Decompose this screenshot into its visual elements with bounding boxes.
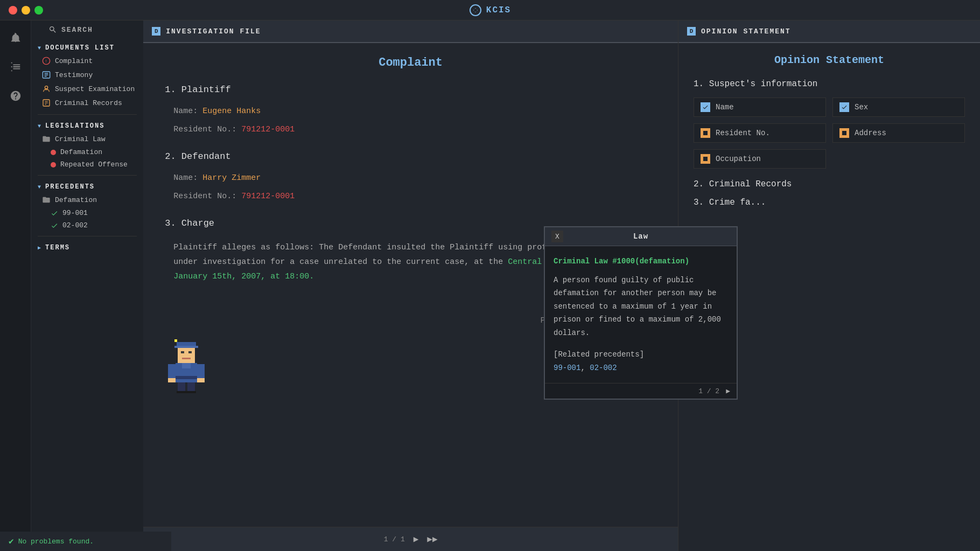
- plaintiff-name-value: Eugene Hanks: [202, 107, 261, 116]
- document-title: Complaint: [165, 56, 656, 69]
- svg-rect-15: [174, 346, 198, 348]
- resident-cell-label: Resident No.: [716, 129, 770, 137]
- window-controls: [9, 6, 43, 15]
- plaintiff-resident-row: Resident No.: 791212-0001: [165, 121, 656, 139]
- svg-rect-31: [197, 378, 205, 382]
- law-link-99001[interactable]: 99-001: [554, 364, 580, 372]
- sidebar-container: SEARCH ▼ DOCUMENTS LIST ! Complaint: [0, 20, 143, 551]
- suspect-info-grid: Name Sex: [694, 97, 965, 169]
- section-plaintiff-title: 1. Plaintiff: [165, 85, 656, 95]
- sidebar-item-99-001[interactable]: 99-001: [31, 207, 143, 219]
- sidebar-item-testimony[interactable]: Testimony: [31, 68, 143, 82]
- investigation-panel-title: INVESTIGATION FILE: [166, 27, 261, 36]
- plaintiff-resident-value: 791212-0001: [241, 125, 295, 134]
- defendant-name-value: Harry Zimmer: [202, 173, 261, 183]
- investigation-panel-header: D INVESTIGATION FILE: [143, 20, 678, 43]
- info-cell-resident: Resident No.: [694, 123, 826, 143]
- occupation-cell-label: Occupation: [716, 155, 761, 163]
- svg-rect-16: [174, 339, 177, 342]
- law-link-02002[interactable]: 02-002: [590, 364, 617, 372]
- svg-rect-22: [176, 376, 197, 379]
- section-defendant-title: 2. Defendant: [165, 151, 656, 162]
- name-cell-label: Name: [716, 103, 734, 111]
- dot-icon: [51, 150, 56, 155]
- precedents-header: ▼ PRECEDENTS: [31, 180, 143, 193]
- sidebar-item-defamation-leg[interactable]: Defamation: [31, 146, 143, 158]
- svg-rect-23: [182, 363, 191, 368]
- svg-text:!: !: [45, 59, 47, 64]
- sidebar-item-repeated-offense[interactable]: Repeated Offense: [31, 158, 143, 171]
- law-popup-next-button[interactable]: ▶: [726, 387, 730, 395]
- search-label: SEARCH: [61, 26, 93, 34]
- sidebar-item-02-002[interactable]: 02-002: [31, 219, 143, 232]
- status-bar: ✔ No problems found.: [0, 532, 171, 551]
- nav-next-button[interactable]: ▶: [414, 534, 419, 545]
- svg-rect-32: [703, 131, 708, 135]
- defendant-resident-row: Resident No.: 791212-0001: [165, 187, 656, 206]
- maximize-button[interactable]: [34, 6, 43, 15]
- criminal-records-icon: [42, 99, 51, 107]
- panel-header-icon: D: [152, 27, 160, 36]
- search-section: SEARCH: [31, 20, 143, 41]
- complaint-icon: !: [42, 57, 51, 65]
- law-name: Criminal Law #1000(defamation): [554, 255, 728, 268]
- info-cell-name: Name: [694, 97, 826, 117]
- svg-point-8: [45, 86, 47, 89]
- occupation-cell-icon: [701, 154, 710, 164]
- divider-2: [38, 175, 137, 176]
- law-popup: X Law Criminal Law #1000(defamation) A p…: [544, 226, 738, 400]
- legislations-header: ▼ LEGISLATIONS: [31, 119, 143, 132]
- testimony-icon: [42, 71, 51, 79]
- sidebar-item-defamation-prec[interactable]: Defamation: [31, 193, 143, 207]
- svg-rect-20: [182, 358, 191, 359]
- svg-rect-17: [178, 348, 195, 363]
- title-bar: KCIS: [0, 0, 980, 20]
- divider-3: [38, 236, 137, 236]
- triangle-icon-2: ▼: [38, 123, 42, 129]
- plaintiff-name-row: Name: Eugene Hanks: [165, 102, 656, 121]
- opinion-section-criminal: 2. Criminal Records: [694, 179, 965, 189]
- info-cell-occupation: Occupation: [694, 149, 826, 169]
- svg-rect-14: [177, 342, 196, 346]
- sidebar-item-complaint[interactable]: ! Complaint: [31, 54, 143, 68]
- folder-icon-2: [42, 196, 51, 204]
- dot-icon-2: [51, 162, 56, 168]
- defendant-resident-value: 791212-0001: [241, 192, 295, 201]
- nav-skip-button[interactable]: ▶▶: [427, 534, 437, 545]
- svg-rect-27: [186, 391, 196, 393]
- status-check-icon: ✔: [9, 536, 14, 547]
- law-popup-title: Law: [633, 232, 648, 241]
- law-text: A person found guilty of public defamati…: [554, 274, 728, 340]
- folder-icon: [42, 135, 51, 143]
- opinion-panel-icon: D: [687, 27, 696, 36]
- minimize-button[interactable]: [22, 6, 30, 15]
- info-cell-address: Address: [832, 123, 965, 143]
- law-popup-body: Criminal Law #1000(defamation) A person …: [545, 246, 737, 383]
- suspect-examination-icon: [42, 85, 51, 93]
- status-text: No problems found.: [18, 538, 94, 546]
- bell-icon[interactable]: [6, 28, 25, 47]
- law-popup-page: 1 / 2: [698, 387, 719, 395]
- close-button[interactable]: [9, 6, 17, 15]
- terms-header: ▶ TERMS: [31, 241, 143, 254]
- sidebar-icon-column: [0, 20, 31, 551]
- opinion-section-suspect: 1. Suspect's information: [694, 79, 965, 89]
- question-icon[interactable]: [6, 86, 25, 106]
- svg-rect-26: [177, 391, 186, 393]
- law-popup-header: X Law: [545, 227, 737, 246]
- address-cell-label: Address: [855, 129, 886, 137]
- opinion-document-title: Opinion Statement: [694, 54, 965, 66]
- main-layout: SEARCH ▼ DOCUMENTS LIST ! Complaint: [0, 20, 980, 551]
- search-item[interactable]: SEARCH: [38, 23, 137, 37]
- svg-rect-18: [181, 351, 184, 353]
- sidebar-item-suspect-examination[interactable]: Suspect Examination: [31, 82, 143, 96]
- sliders-icon[interactable]: [6, 57, 25, 76]
- sidebar-item-criminal-law[interactable]: Criminal Law: [31, 132, 143, 146]
- nav-page-indicator: 1 / 1: [384, 535, 405, 543]
- opinion-panel-title: OPINION STATEMENT: [701, 27, 791, 36]
- svg-rect-9: [45, 88, 47, 90]
- law-popup-close-button[interactable]: X: [551, 231, 563, 242]
- document-nav: 1 / 1 ▶ ▶▶: [143, 527, 678, 551]
- divider-1: [38, 114, 137, 115]
- sidebar-item-criminal-records[interactable]: Criminal Records: [31, 96, 143, 110]
